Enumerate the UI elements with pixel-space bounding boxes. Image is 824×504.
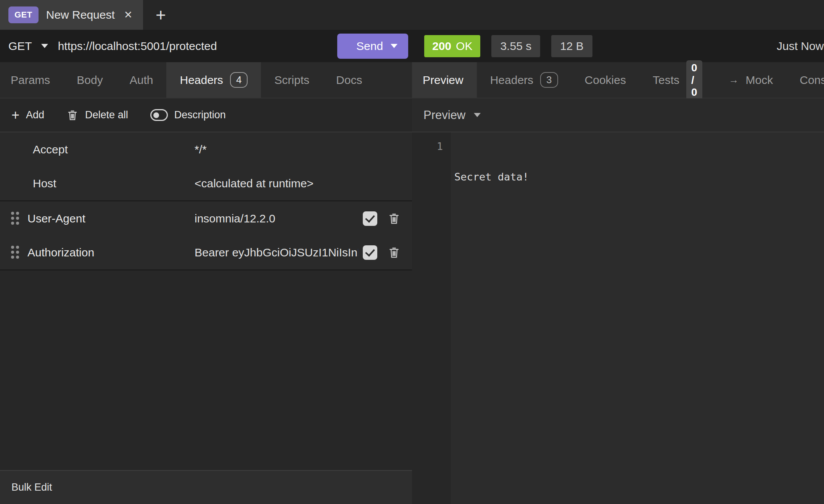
response-body-text: Secret data! [451, 132, 824, 504]
drag-handle[interactable] [0, 246, 27, 259]
row-controls [358, 211, 412, 226]
preview-mode-dropdown[interactable]: Preview [412, 98, 824, 132]
response-body-viewer[interactable]: 1 Secret data! [412, 132, 824, 504]
tab-headers[interactable]: Headers 4 [166, 62, 261, 98]
tab-docs[interactable]: Docs [323, 62, 375, 98]
request-tabs: Params Body Auth Headers 4 Scripts Docs [0, 62, 412, 98]
headers-empty-area [0, 271, 412, 470]
status-code: 200 [432, 40, 451, 53]
send-button[interactable]: Send [337, 34, 408, 59]
url-input[interactable]: https://localhost:5001/protected [58, 40, 217, 53]
plus-icon: + [156, 5, 166, 25]
tab-response-headers[interactable]: Headers 3 [477, 62, 571, 98]
headers-toolbar: + Add Delete all Description [0, 98, 412, 132]
tab-preview[interactable]: Preview [412, 62, 477, 98]
new-tab-button[interactable]: + [143, 0, 178, 30]
response-timestamp: Just Now [777, 40, 824, 53]
method-caret-icon[interactable] [41, 44, 48, 48]
time-badge: 3.55 s [491, 35, 540, 57]
enabled-checkbox[interactable] [363, 211, 377, 226]
drag-dots-icon [11, 212, 19, 225]
tests-count-badge: 0 / 0 [686, 60, 702, 100]
line-number: 1 [412, 139, 443, 154]
response-meta-bar: 200 OK 3.55 s 12 B Just Now [412, 30, 824, 62]
delete-all-button[interactable]: Delete all [66, 109, 128, 121]
send-options-caret-icon[interactable] [391, 44, 398, 48]
enabled-checkbox[interactable] [363, 245, 377, 260]
tab-tests[interactable]: Tests 0 / 0 [639, 62, 716, 98]
header-value: <calculated at runtime> [195, 177, 412, 190]
header-row-accept: Accept */* [0, 132, 412, 166]
method-badge: GET [8, 6, 39, 23]
toggle-description-button[interactable]: Description [150, 109, 226, 121]
send-label: Send [356, 40, 383, 53]
line-number-gutter: 1 [412, 132, 451, 504]
drag-handle[interactable] [0, 212, 27, 225]
header-value-input[interactable]: insomnia/12.2.0 [195, 212, 358, 225]
header-value: */* [195, 143, 412, 156]
main-split: GET https://localhost:5001/protected Sen… [0, 30, 824, 504]
header-name: Accept [27, 143, 195, 156]
tab-scripts[interactable]: Scripts [261, 62, 323, 98]
header-name-input[interactable]: Authorization [27, 246, 195, 259]
chevron-down-icon [474, 113, 481, 117]
header-value-input[interactable]: Bearer eyJhbGciOiJSUzI1NiIsInF [195, 246, 358, 259]
status-text: OK [456, 40, 472, 53]
header-row-host: Host <calculated at runtime> [0, 166, 412, 200]
delete-row-trash-icon[interactable] [388, 212, 401, 225]
size-badge: 12 B [551, 35, 592, 57]
add-header-button[interactable]: + Add [11, 108, 44, 122]
drag-dots-icon [11, 246, 19, 259]
method-dropdown[interactable]: GET [8, 40, 32, 53]
close-icon[interactable]: ✕ [124, 9, 133, 21]
header-row-user-agent: User-Agent insomnia/12.2.0 [0, 201, 412, 235]
insomnia-window: GET New Request ✕ + GET https://localhos… [0, 0, 824, 504]
tab-mock[interactable]: → Mock [716, 62, 787, 98]
header-row-authorization: Authorization Bearer eyJhbGciOiJSUzI1NiI… [0, 235, 412, 269]
headers-count-badge: 4 [230, 72, 248, 88]
code-line: Secret data! [454, 169, 824, 185]
plus-icon: + [11, 108, 19, 122]
header-name-input[interactable]: User-Agent [27, 212, 195, 225]
response-headers-count-badge: 3 [540, 72, 558, 88]
response-tabs: Preview Headers 3 Cookies Tests 0 / 0 → … [412, 62, 824, 98]
bulk-edit-button[interactable]: Bulk Edit [11, 481, 52, 493]
tab-cookies[interactable]: Cookies [571, 62, 639, 98]
request-tab[interactable]: GET New Request ✕ [0, 0, 143, 30]
row-controls [358, 245, 412, 260]
status-badge: 200 OK [424, 35, 480, 57]
tab-params[interactable]: Params [0, 62, 63, 98]
delete-row-trash-icon[interactable] [388, 246, 401, 259]
header-name: Host [27, 177, 195, 190]
tab-body[interactable]: Body [63, 62, 116, 98]
response-history-dropdown[interactable]: Just Now [777, 40, 824, 53]
request-panel: GET https://localhost:5001/protected Sen… [0, 30, 412, 504]
tab-console[interactable]: Console [786, 62, 824, 98]
response-panel: 200 OK 3.55 s 12 B Just Now Preview Head… [412, 30, 824, 504]
tab-bar: GET New Request ✕ + [0, 0, 824, 30]
arrow-right-icon: → [729, 74, 739, 86]
trash-icon [66, 109, 79, 121]
description-toggle-icon [150, 109, 168, 121]
tab-auth[interactable]: Auth [116, 62, 167, 98]
url-bar: GET https://localhost:5001/protected Sen… [0, 30, 412, 62]
bulk-edit-bar: Bulk Edit [0, 470, 412, 504]
tab-title: New Request [46, 8, 115, 21]
